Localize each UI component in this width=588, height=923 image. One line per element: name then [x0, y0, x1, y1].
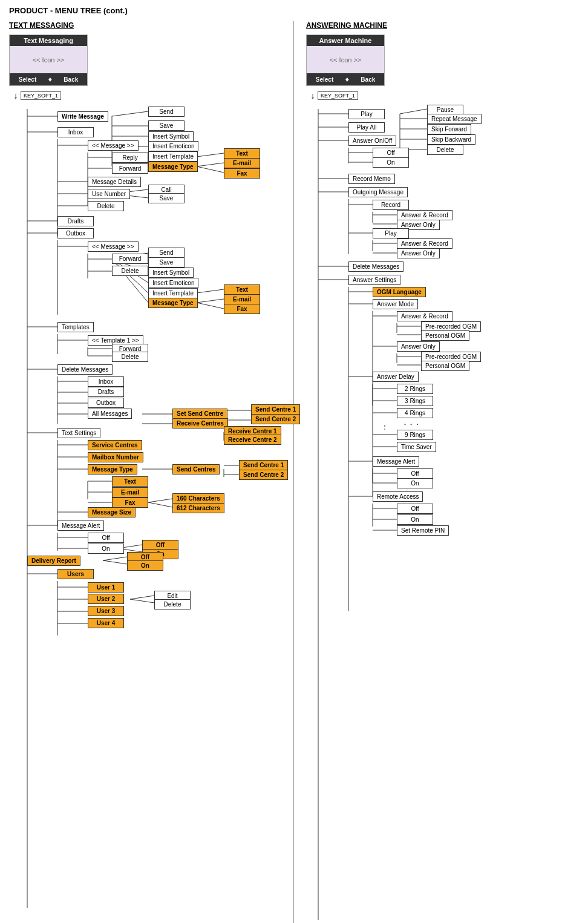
- left-key-soft-label: KEY_SOFT_1: [21, 91, 61, 100]
- node-save-outbox: Save: [148, 257, 185, 268]
- svg-line-35: [197, 289, 224, 293]
- node-on-answer: On: [373, 157, 409, 168]
- node-user3: User 3: [88, 606, 124, 616]
- svg-line-94: [400, 109, 427, 114]
- node-answer-only-mode: Answer Only: [397, 341, 440, 352]
- node-record: Record: [373, 200, 409, 210]
- node-send-centres-settings: Send Centres: [172, 464, 220, 475]
- node-answer-delay: Answer Delay: [373, 372, 419, 382]
- node-612-chars: 612 Characters: [172, 503, 224, 513]
- right-section-title: ANSWERING MACHINE: [306, 21, 579, 30]
- node-email-msgtype: E-mail: [112, 487, 148, 498]
- node-insert-symbol-1: Insert Symbol: [148, 131, 194, 142]
- node-delete-outbox: Delete: [112, 266, 148, 276]
- left-arrow-down-icon: ↓: [12, 91, 19, 100]
- node-160-chars: 160 Characters: [172, 493, 224, 504]
- node-inbox: Inbox: [57, 127, 94, 137]
- node-text-orange-outbox: Text: [224, 284, 260, 295]
- node-delete-template: Delete: [112, 352, 148, 362]
- svg-line-88: [130, 596, 154, 599]
- right-arrow-row: ↓ KEY_SOFT_1: [309, 91, 579, 100]
- node-3-rings: 3 Rings: [397, 396, 433, 406]
- svg-line-37: [197, 299, 224, 303]
- node-text-orange-1: Text: [224, 148, 260, 159]
- right-phone-buttons: Select ♦ Back: [307, 73, 384, 85]
- node-message-details: Message Details: [88, 177, 141, 187]
- svg-line-2: [112, 111, 148, 116]
- node-on-remote: On: [397, 514, 433, 525]
- node-delivery-report: Delivery Report: [27, 556, 80, 566]
- node-users: Users: [57, 569, 94, 579]
- node-send-1: Send: [148, 107, 185, 117]
- node-outbox-del: Outbox: [88, 398, 124, 408]
- node-message-type-settings: Message Type: [88, 464, 137, 475]
- node-delete-user: Delete: [154, 599, 191, 609]
- node-outgoing-message: Outgoing Message: [348, 187, 408, 197]
- node-message-outbox: << Message >>: [88, 241, 139, 252]
- node-use-number: Use Number: [88, 189, 130, 199]
- svg-line-83: [103, 560, 127, 564]
- node-answer-settings: Answer Settings: [348, 275, 400, 285]
- node-all-messages: All Messages: [88, 409, 132, 419]
- svg-line-72: [148, 499, 172, 502]
- left-phone-screen: << Icon >>: [10, 46, 87, 73]
- node-personal-ogm-ansonly: Personal OGM: [421, 361, 469, 371]
- svg-line-89: [130, 599, 154, 603]
- node-insert-emoticon-outbox: Insert Emoticon: [148, 278, 198, 288]
- node-inbox-del: Inbox: [88, 376, 124, 387]
- node-off-am-alert: Off: [397, 468, 433, 479]
- node-off-msg-alert: Off: [88, 533, 124, 543]
- node-reply: Reply: [112, 153, 148, 163]
- node-write-message: Write Message: [57, 111, 108, 122]
- node-4-rings: 4 Rings: [397, 408, 433, 418]
- node-dots: . . .: [404, 419, 419, 426]
- left-section-title: TEXT MESSAGING: [9, 21, 287, 30]
- node-templates: Templates: [57, 322, 94, 332]
- node-user1: User 1: [88, 582, 124, 593]
- node-delete-play: Delete: [427, 145, 463, 155]
- left-phone-buttons: Select ♦ Back: [10, 73, 87, 85]
- node-receive-centres: Receive Centres: [172, 418, 228, 429]
- node-play-outgoing: Play: [373, 228, 409, 238]
- right-diamond-icon: ♦: [345, 75, 349, 84]
- node-text-settings: Text Settings: [57, 428, 100, 438]
- node-email-orange-1: E-mail: [224, 158, 260, 168]
- node-save-use-number: Save: [148, 193, 185, 203]
- left-diamond-icon: ♦: [48, 75, 52, 84]
- node-record-memo: Record Memo: [348, 174, 395, 184]
- node-send-centre-1-msgtype: Send Centre 1: [239, 460, 288, 470]
- node-message-inbox: << Message >>: [88, 140, 139, 151]
- node-insert-emoticon-1: Insert Emoticon: [148, 141, 198, 151]
- node-set-send-centre: Set Send Centre: [172, 409, 227, 419]
- right-arrow-down-icon: ↓: [309, 91, 316, 100]
- svg-line-8: [197, 153, 224, 157]
- node-insert-template-1: Insert Template: [148, 151, 198, 162]
- left-phone-mockup: Text Messaging << Icon >> Select ♦ Back: [9, 34, 88, 86]
- node-message-size: Message Size: [88, 507, 136, 517]
- node-set-remote-pin: Set Remote PIN: [397, 525, 449, 536]
- svg-line-34: [112, 259, 148, 293]
- node-answer-record-out-rec: Answer & Record: [397, 210, 452, 220]
- node-forward-inbox: Forward: [112, 163, 148, 174]
- node-play: Play: [348, 109, 385, 119]
- right-phone-mockup: Answer Machine << Icon >> Select ♦ Back: [306, 34, 385, 86]
- node-insert-symbol-outbox: Insert Symbol: [148, 268, 194, 278]
- page-title: PRODUCT - MENU TREE (cont.): [9, 6, 579, 15]
- left-phone-header: Text Messaging: [10, 35, 87, 46]
- node-off-remote: Off: [397, 504, 433, 514]
- node-message-type-outbox: Message Type: [148, 298, 198, 308]
- node-ogm-language: OGM Language: [373, 287, 426, 297]
- svg-line-11: [197, 166, 224, 172]
- svg-line-10: [197, 163, 224, 166]
- node-on-am-alert: On: [397, 478, 433, 488]
- node-fax-msgtype: Fax: [112, 498, 148, 508]
- node-email-orange-outbox: E-mail: [224, 294, 260, 304]
- node-send-centre-1-all: Send Centre 1: [251, 404, 300, 415]
- svg-line-73: [148, 502, 172, 507]
- node-delete-inbox: Delete: [88, 201, 124, 211]
- node-skip-backward: Skip Backward: [427, 134, 475, 145]
- node-send-centre-2-msgtype: Send Centre 2: [239, 470, 288, 480]
- right-select-label: Select: [316, 76, 333, 83]
- node-user4: User 4: [88, 618, 124, 628]
- node-save-1: Save: [148, 120, 185, 131]
